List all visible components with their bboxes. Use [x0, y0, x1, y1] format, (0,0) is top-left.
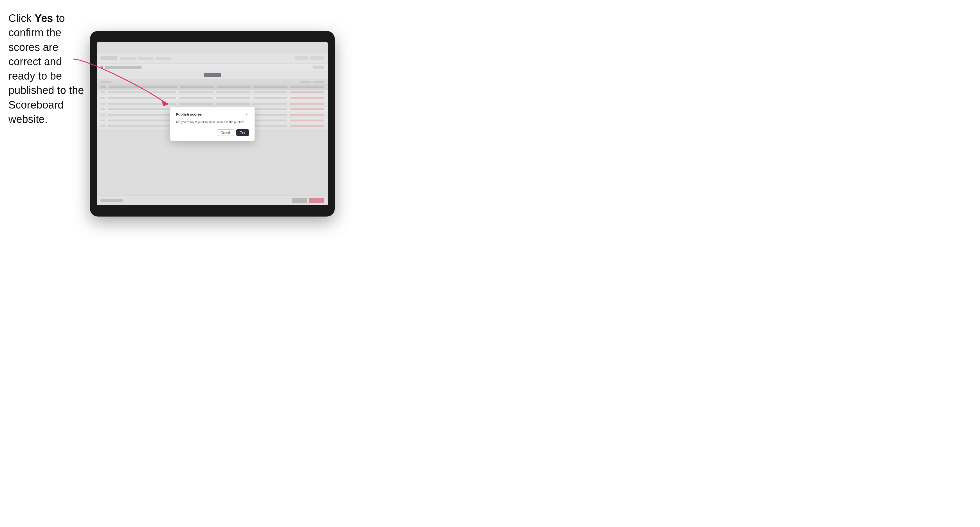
tablet-screen: Publish scores × Are you ready to publis… [97, 42, 328, 205]
modal-overlay: Publish scores × Are you ready to publis… [97, 42, 328, 205]
modal-header: Publish scores × [176, 112, 249, 117]
instruction-suffix: to confirm the scores are correct and re… [8, 13, 84, 125]
instruction-prefix: Click [8, 13, 35, 24]
tablet-device: Publish scores × Are you ready to publis… [90, 31, 335, 216]
instruction-bold: Yes [35, 13, 53, 24]
modal-close-button[interactable]: × [245, 112, 249, 117]
publish-scores-modal: Publish scores × Are you ready to publis… [170, 106, 255, 141]
yes-button[interactable]: Yes [236, 129, 249, 136]
instruction-text: Click Yes to confirm the scores are corr… [8, 11, 87, 127]
cancel-button[interactable]: Cancel [217, 129, 234, 136]
modal-footer: Cancel Yes [176, 129, 249, 136]
modal-title: Publish scores [176, 112, 202, 116]
modal-body: Are you ready to publish these scores to… [176, 120, 249, 125]
